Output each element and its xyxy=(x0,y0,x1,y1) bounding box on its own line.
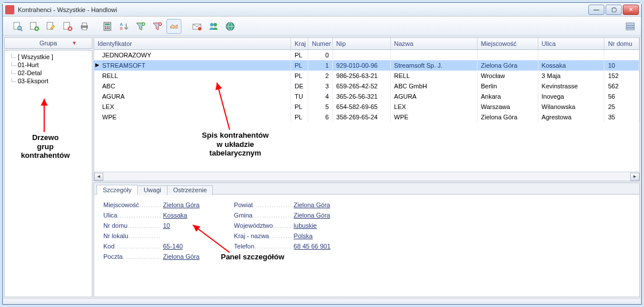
handshake-button[interactable] xyxy=(166,19,181,34)
add-button[interactable] xyxy=(27,19,42,34)
svg-rect-30 xyxy=(626,23,634,25)
group-header-label: Grupa xyxy=(40,40,57,46)
detail-label: Kod xyxy=(103,243,161,250)
table-row[interactable]: ABCDE3659-265-42-52ABC GmbHBerlinKevinst… xyxy=(94,81,639,91)
mail-button[interactable] xyxy=(189,19,204,34)
detail-value[interactable]: Polska xyxy=(294,232,313,239)
cell: Streamsoft Sp. J. xyxy=(390,60,477,71)
cell: DE xyxy=(291,81,308,91)
table-row[interactable]: JEDNORAZOWYPL0 xyxy=(94,50,639,60)
tree-item-hurt[interactable]: 01-Hurt xyxy=(7,61,90,69)
col-nazwa[interactable]: Nazwa xyxy=(390,38,477,50)
col-kraj[interactable]: Kraj xyxy=(291,38,308,50)
table-row[interactable]: STREAMSOFTPL1929-010-00-96Streamsoft Sp.… xyxy=(94,60,639,71)
detail-row: UlicaKossaka xyxy=(103,212,200,219)
horizontal-scrollbar[interactable]: ◄ ► xyxy=(94,172,639,181)
svg-rect-12 xyxy=(105,24,110,25)
col-miejscowosc[interactable]: Miejscowość xyxy=(477,38,538,50)
table-row[interactable]: LEXPL5654-582-69-65LEXWarszawaWilanowska… xyxy=(94,102,639,112)
detail-row: Nr domu10 xyxy=(103,222,200,229)
minimize-button[interactable]: — xyxy=(588,5,604,15)
calculator-button[interactable] xyxy=(100,19,115,34)
col-nrdomu[interactable]: Nr domu xyxy=(604,38,639,50)
detail-label: Nr lokalu xyxy=(103,232,161,239)
table-row[interactable]: RELLPL2986-256-63-21RELLWrocław3 Maja152 xyxy=(94,71,639,81)
col-numer[interactable]: Numer xyxy=(308,38,332,50)
close-button[interactable]: ✕ xyxy=(623,5,639,15)
group-tree: [ Wszystkie ] 01-Hurt 02-Detal 03-Ekspor… xyxy=(4,50,92,297)
tree-item-all[interactable]: [ Wszystkie ] xyxy=(7,53,90,61)
table-header-row: Identyfikator Kraj Numer Nip Nazwa Miejs… xyxy=(94,38,639,50)
tab-uwagi[interactable]: Uwagi xyxy=(137,185,168,195)
detail-value[interactable]: lubuskie xyxy=(294,222,317,229)
cell: 4 xyxy=(308,91,332,102)
group-header[interactable]: Grupa ▼ xyxy=(4,37,92,49)
detail-value[interactable]: 10 xyxy=(163,222,170,229)
cell: 25 xyxy=(604,102,639,112)
cell: JEDNORAZOWY xyxy=(94,50,291,60)
scroll-left-button[interactable]: ◄ xyxy=(94,173,103,181)
filter-add-button[interactable] xyxy=(133,19,148,34)
cell: 1 xyxy=(308,60,332,71)
detail-row: Kraj - nazwaPolska xyxy=(234,232,331,239)
cell: 3 Maja xyxy=(538,71,604,81)
cell xyxy=(477,50,538,60)
scroll-right-button[interactable]: ► xyxy=(630,173,639,181)
svg-rect-15 xyxy=(108,26,110,28)
detail-label: Ulica xyxy=(103,212,161,219)
search-button[interactable] xyxy=(10,19,25,34)
cell: 654-582-69-65 xyxy=(332,102,390,112)
cell: Zielona Góra xyxy=(477,112,538,122)
svg-rect-31 xyxy=(626,26,634,28)
svg-point-26 xyxy=(214,23,217,26)
maximize-button[interactable]: ▢ xyxy=(606,5,622,15)
edit-button[interactable] xyxy=(44,19,59,34)
window-title: Kontrahenci - Wszystkie - Handlowi xyxy=(18,6,588,13)
detail-value[interactable]: Kossaka xyxy=(163,212,187,219)
data-table[interactable]: Identyfikator Kraj Numer Nip Nazwa Miejs… xyxy=(94,38,639,122)
detail-row: Kod65-140 xyxy=(103,243,200,250)
window-controls: — ▢ ✕ xyxy=(588,5,639,15)
detail-row: Województwolubuskie xyxy=(234,222,331,229)
svg-text:B: B xyxy=(120,26,123,30)
svg-rect-0 xyxy=(14,22,20,29)
tree-item-eksport[interactable]: 03-Eksport xyxy=(7,77,90,85)
col-ulica[interactable]: Ulica xyxy=(538,38,604,50)
filter-remove-button[interactable] xyxy=(150,19,165,34)
detail-value[interactable]: Zielona Góra xyxy=(294,212,331,219)
detail-panel: Szczegóły Uwagi Ostrzeżenie MiejscowośćZ… xyxy=(94,182,640,297)
detail-value[interactable]: Zielona Góra xyxy=(294,201,331,208)
detail-value[interactable]: Zielona Góra xyxy=(163,253,200,260)
svg-point-24 xyxy=(198,27,201,30)
svg-rect-16 xyxy=(105,28,106,29)
layout-button[interactable] xyxy=(623,19,638,34)
tab-szczegoly[interactable]: Szczegóły xyxy=(96,185,138,195)
col-identyfikator[interactable]: Identyfikator xyxy=(94,38,291,50)
cell: 358-269-65-24 xyxy=(332,112,390,122)
cell: 35 xyxy=(604,112,639,122)
users-button[interactable] xyxy=(206,19,221,34)
statusbar xyxy=(3,298,641,304)
delete-button[interactable] xyxy=(60,19,75,34)
tree-item-detal[interactable]: 02-Detal xyxy=(7,69,90,77)
detail-value[interactable]: Zielona Góra xyxy=(163,201,200,208)
cell xyxy=(604,50,639,60)
cell: 3 xyxy=(308,81,332,91)
detail-value[interactable]: 68 45 66 901 xyxy=(294,243,331,250)
detail-label: Powiat xyxy=(234,201,292,208)
sidebar: Grupa ▼ [ Wszystkie ] 01-Hurt 02-Detal 0… xyxy=(4,37,92,297)
detail-label: Poczta xyxy=(103,253,161,260)
table-row[interactable]: WPEPL6358-269-65-24WPEZielona GóraAgrest… xyxy=(94,112,639,122)
globe-button[interactable] xyxy=(223,19,238,34)
col-nip[interactable]: Nip xyxy=(332,38,390,50)
sort-button[interactable]: AB xyxy=(117,19,131,34)
svg-rect-32 xyxy=(626,28,634,30)
table-row[interactable]: AGURATU4365-26-56-321AGURAAnkaraInovega5… xyxy=(94,91,639,102)
detail-value[interactable]: 65-140 xyxy=(163,243,183,250)
detail-row: MiejscowośćZielona Góra xyxy=(103,201,200,208)
tab-ostrzezenie[interactable]: Ostrzeżenie xyxy=(167,185,214,195)
cell xyxy=(390,50,477,60)
cell: Berlin xyxy=(477,81,538,91)
print-button[interactable] xyxy=(77,19,92,34)
detail-row: Nr lokalu xyxy=(103,232,200,239)
